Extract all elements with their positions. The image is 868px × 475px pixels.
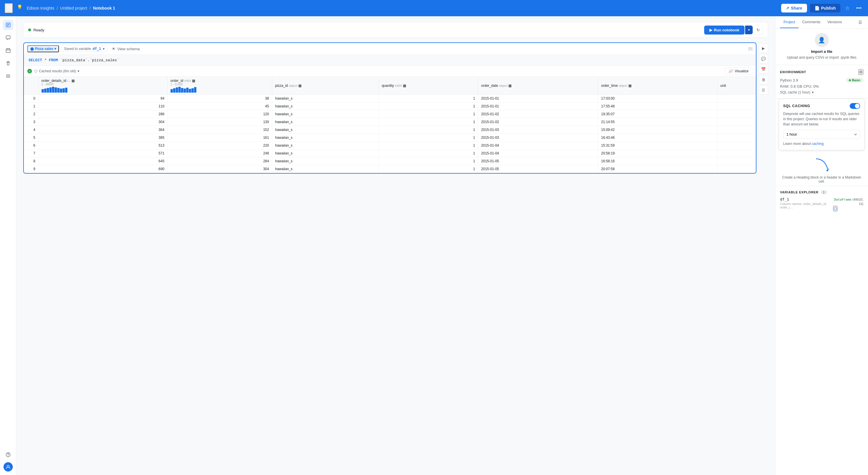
cell-tool-schedule[interactable]: 📅 xyxy=(759,64,768,74)
menu-icon[interactable]: ☰ xyxy=(5,3,13,13)
table-body: 0 94 38 hawaiian_s 1 2015-01-01 17:03:00… xyxy=(24,95,756,173)
tab-comments[interactable]: Comments xyxy=(799,16,824,28)
app-logo: 💡 xyxy=(15,2,24,11)
table-row: 4 364 152 hawaiian_s 1 2015-01-03 15:09:… xyxy=(24,126,756,134)
cell-order-time: 17:55:48 xyxy=(598,102,717,110)
sql-star: * xyxy=(44,58,49,62)
import-avatar: 👤 xyxy=(815,33,829,47)
sidebar-item-trash[interactable] xyxy=(3,58,13,68)
dropdown-arrow-icon: ▾ xyxy=(103,47,104,51)
cell-order-details-id: 645 xyxy=(38,157,167,165)
cell-order-id: 304 xyxy=(167,165,272,173)
menu-lines-icon xyxy=(5,73,11,79)
cell-source-tag[interactable]: ⬤ Pizza sales ▾ xyxy=(27,45,59,52)
table-row: 2 286 120 hawaiian_s 1 2015-01-02 19:35:… xyxy=(24,110,756,118)
cell-tool-run[interactable]: ▶ xyxy=(759,43,768,53)
sql-code: SELECT * FROM `pizza_data`.`pizza_sales` xyxy=(28,58,119,62)
cell-order-date: 2015-01-02 xyxy=(478,110,598,118)
cell-order-id: 45 xyxy=(167,102,272,110)
col-header-order-details-id[interactable]: order_details_id i... ▦ 1 - 48620 xyxy=(38,77,167,95)
visualize-button[interactable]: 📈 Visualize xyxy=(725,67,752,75)
cell-idx: 7 xyxy=(24,150,38,157)
cell-pizza-id: hawaiian_s xyxy=(272,102,378,110)
cell-tool-comment[interactable]: 💬 xyxy=(759,54,768,63)
col-header-unit[interactable]: unit xyxy=(717,77,755,95)
cell-quantity: 1 xyxy=(378,142,478,150)
caching-toggle[interactable] xyxy=(850,103,860,109)
cell-order-id: 152 xyxy=(167,126,272,134)
refresh-button[interactable]: ↻ xyxy=(753,25,763,35)
sidebar-item-calendar[interactable] xyxy=(3,45,13,56)
breadcrumb-current: Notebook 1 xyxy=(93,6,115,10)
svg-rect-5 xyxy=(6,49,10,53)
cell-tool-delete[interactable]: 🗑 xyxy=(759,75,768,84)
sidebar-item-comment[interactable] xyxy=(3,33,13,43)
more-options-icon[interactable]: ••• xyxy=(854,4,863,12)
star-icon[interactable]: ☆ xyxy=(843,4,851,12)
cell-order-date: 2015-01-01 xyxy=(478,95,598,102)
tab-versions[interactable]: Versions xyxy=(824,16,845,28)
table-row: 3 304 130 hawaiian_s 1 2015-01-02 21:14:… xyxy=(24,118,756,126)
cell-order-time: 20:58:19 xyxy=(598,150,717,157)
col-header-quantity[interactable]: quantity int64 ▦ xyxy=(378,77,478,95)
breadcrumb-project[interactable]: Edison Insights xyxy=(27,6,54,10)
cell-tool-more[interactable]: ☰ xyxy=(759,85,768,95)
run-notebook-button[interactable]: ▶ Run notebook xyxy=(704,26,745,35)
python-label: Python 3.9 xyxy=(780,78,798,83)
status-label: Ready xyxy=(33,28,44,32)
sidebar-item-user[interactable] xyxy=(3,462,13,472)
saved-label: Saved to variable xyxy=(64,47,91,51)
notebook-icon xyxy=(5,22,11,28)
variable-cols: Column names: order_details_id, order_i… xyxy=(780,202,833,209)
env-status-badge: Basic xyxy=(846,78,863,83)
col-header-pizza-id[interactable]: pizza_id object ▦ xyxy=(272,77,378,95)
caching-header: SQL CACHING xyxy=(783,103,860,109)
cell-quantity: 1 xyxy=(378,126,478,134)
ram-label: RAM: 0.8 GB CPU: 0% xyxy=(780,84,819,89)
sidebar-item-help[interactable] xyxy=(3,449,13,460)
variable-name-label: df_1 xyxy=(780,197,833,201)
variable-explorer-section: VARIABLE EXPLORER 1 df_1 Column names: o… xyxy=(775,186,868,215)
cache-icon: ⬡ xyxy=(34,69,37,73)
cached-results[interactable]: ⬡ Cached results (6m old) ▾ xyxy=(34,69,79,73)
breadcrumb-subproject[interactable]: Untitled project xyxy=(60,6,87,10)
publish-button[interactable]: 📄 Publish xyxy=(810,4,841,12)
cell-pizza-id: hawaiian_s xyxy=(272,142,378,150)
env-cache-row[interactable]: SQL cache (1 hour) ▾ xyxy=(780,90,863,94)
col-header-order-time[interactable]: order_time object ▦ xyxy=(598,77,717,95)
status-dot xyxy=(28,28,31,31)
sidebar-item-menu[interactable] xyxy=(3,71,13,81)
run-dropdown-button[interactable]: ▾ xyxy=(745,26,753,34)
cache-chevron-env-icon: ▾ xyxy=(812,90,814,94)
variable-expand-button[interactable]: ⬡ xyxy=(833,206,837,211)
topbar-left: ☰ 💡 Edison Insights / Untitled project /… xyxy=(5,2,778,14)
col-header-order-id[interactable]: order_id int64 ▦ 1 - 21350 xyxy=(167,77,272,95)
cell-order-date: 2015-01-03 xyxy=(478,134,598,142)
results-bar: ✓ ⬡ Cached results (6m old) ▾ 📈 Visualiz… xyxy=(24,66,756,77)
environment-gear-icon[interactable]: ⚙ xyxy=(859,69,863,75)
table-row: 6 513 220 hawaiian_s 1 2015-01-04 15:31:… xyxy=(24,142,756,150)
cell-quantity: 1 xyxy=(378,165,478,173)
data-table: order_details_id i... ▦ 1 - 48620 xyxy=(24,77,756,173)
cell-pizza-id: hawaiian_s xyxy=(272,110,378,118)
table-row: 5 385 161 hawaiian_s 1 2015-01-03 16:43:… xyxy=(24,134,756,142)
col-header-order-date[interactable]: order_date object ▦ xyxy=(478,77,598,95)
view-schema-btn[interactable]: 👁 View schema xyxy=(112,47,140,51)
saved-to-variable[interactable]: Saved to variable df_1 ▾ xyxy=(61,45,107,52)
cell-order-time: 20:07:58 xyxy=(598,165,717,173)
sql-area[interactable]: SELECT * FROM `pizza_data`.`pizza_sales` xyxy=(24,55,756,66)
breadcrumb-sep1: / xyxy=(57,6,58,10)
panel-collapse-icon[interactable]: ☰ xyxy=(857,19,863,26)
cell-order-details-id: 513 xyxy=(38,142,167,150)
cell-unit xyxy=(717,142,755,150)
cell-order-id: 38 xyxy=(167,95,272,102)
caching-link[interactable]: caching xyxy=(812,142,824,146)
share-button[interactable]: ↗ Share xyxy=(781,4,807,12)
tab-project[interactable]: Project xyxy=(780,16,799,28)
variable-info-right: DataFrame (48620, 15) ⬡ xyxy=(833,197,863,211)
caching-duration-select[interactable]: 1 hour 6 hours 24 hours Never xyxy=(783,130,860,139)
cell-order-details-id: 304 xyxy=(38,118,167,126)
sidebar-item-notebook[interactable] xyxy=(3,20,13,30)
cell-idx: 1 xyxy=(24,102,38,110)
trash-icon xyxy=(5,61,11,66)
